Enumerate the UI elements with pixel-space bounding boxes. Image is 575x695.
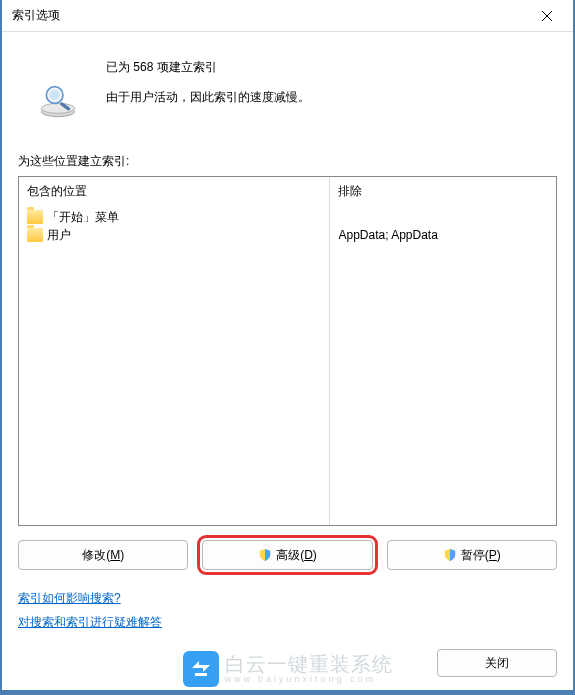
modify-button[interactable]: 修改(M) bbox=[18, 540, 188, 570]
window-edge bbox=[0, 0, 2, 695]
advanced-button[interactable]: 高级(D) bbox=[202, 540, 372, 570]
excluded-header[interactable]: 排除 bbox=[330, 177, 556, 206]
close-dialog-button[interactable]: 关闭 bbox=[437, 649, 557, 677]
close-icon bbox=[541, 10, 553, 22]
shield-icon bbox=[258, 548, 272, 562]
folder-name: 用户 bbox=[47, 227, 71, 244]
button-label: 高级(D) bbox=[276, 547, 317, 564]
list-item[interactable]: 用户 bbox=[27, 226, 321, 244]
svg-point-5 bbox=[50, 90, 60, 100]
button-label: 暂停(P) bbox=[461, 547, 501, 564]
list-item[interactable]: 「开始」菜单 bbox=[27, 208, 321, 226]
close-button[interactable] bbox=[527, 2, 567, 30]
link-how-search[interactable]: 索引如何影响搜索? bbox=[18, 591, 121, 605]
button-label: 修改(M) bbox=[82, 547, 124, 564]
excluded-column: 排除 AppData; AppData bbox=[330, 177, 556, 525]
indexed-count: 已为 568 项建立索引 bbox=[106, 52, 310, 82]
included-column: 包含的位置 「开始」菜单 用户 bbox=[19, 177, 330, 525]
svg-rect-7 bbox=[195, 673, 207, 676]
titlebar: 索引选项 bbox=[0, 0, 575, 32]
help-links: 索引如何影响搜索? 对搜索和索引进行疑难解答 bbox=[18, 586, 557, 634]
folder-icon bbox=[27, 210, 43, 224]
index-icon bbox=[18, 50, 78, 123]
included-header[interactable]: 包含的位置 bbox=[19, 177, 329, 206]
status-message: 由于用户活动，因此索引的速度减慢。 bbox=[106, 82, 310, 112]
locations-list: 包含的位置 「开始」菜单 用户 排除 AppData; AppData bbox=[18, 176, 557, 526]
exclude-value: AppData; AppData bbox=[338, 226, 548, 244]
status-area: 已为 568 项建立索引 由于用户活动，因此索引的速度减慢。 bbox=[18, 50, 557, 123]
shield-icon bbox=[443, 548, 457, 562]
watermark: 白云一键重装系统 www.baiyunxitong.com bbox=[183, 651, 393, 687]
window-title: 索引选项 bbox=[8, 7, 527, 24]
pause-button[interactable]: 暂停(P) bbox=[387, 540, 557, 570]
folder-icon bbox=[27, 228, 43, 242]
folder-name: 「开始」菜单 bbox=[47, 209, 119, 226]
window-edge bbox=[0, 690, 575, 695]
watermark-logo-icon bbox=[183, 651, 219, 687]
exclude-value bbox=[338, 208, 548, 226]
link-troubleshoot[interactable]: 对搜索和索引进行疑难解答 bbox=[18, 615, 162, 629]
watermark-text: 白云一键重装系统 bbox=[225, 654, 393, 674]
button-row: 修改(M) 高级(D) 暂停(P) bbox=[18, 540, 557, 570]
locations-label: 为这些位置建立索引: bbox=[18, 153, 557, 170]
watermark-url: www.baiyunxitong.com bbox=[225, 674, 393, 684]
